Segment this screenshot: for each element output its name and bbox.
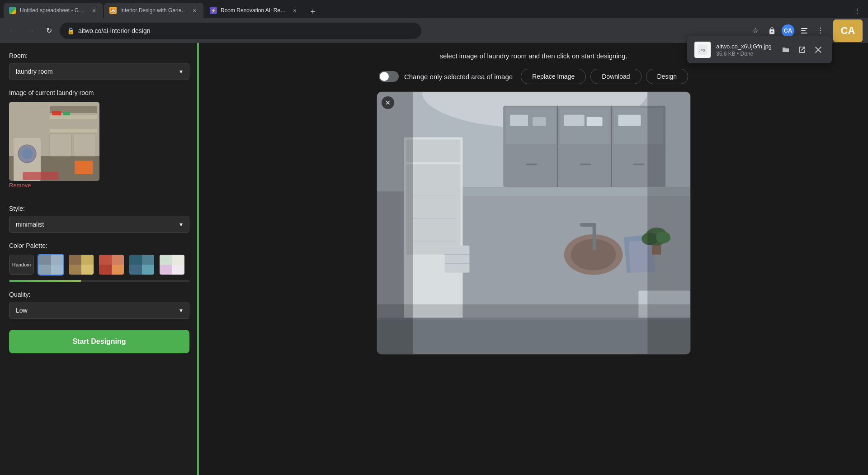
svg-rect-40	[406, 140, 460, 162]
ai-room-image	[377, 92, 690, 354]
palette-swatch-3	[99, 255, 124, 275]
tab-favicon-2: 🏠	[109, 7, 117, 14]
sidebar: Room: laundry room ▾ Image of current la…	[0, 43, 199, 475]
toggle-container: Change only selected area of image	[379, 71, 513, 82]
swatch-cell	[172, 265, 185, 275]
tab-close-3[interactable]: ✕	[291, 7, 298, 14]
lock-icon: 🔒	[67, 27, 75, 34]
image-section-label: Image of current laundry room	[9, 89, 189, 96]
tab-bar: Untitled spreadsheet - Goo... ✕ 🏠 Interi…	[0, 0, 868, 18]
open-external-button[interactable]	[796, 43, 808, 56]
swatch-cell	[69, 255, 81, 265]
style-dropdown-icon: ▾	[179, 221, 183, 228]
swatch-cell	[69, 265, 81, 275]
modal-image	[377, 92, 690, 354]
download-popup-actions	[779, 43, 825, 56]
palette-item-5[interactable]	[159, 254, 185, 276]
action-buttons-row: Change only selected area of image Repla…	[379, 69, 688, 84]
profile-button[interactable]: CA	[781, 24, 795, 38]
swatch-cell	[81, 265, 94, 275]
swatch-cell	[112, 265, 124, 275]
style-dropdown-value: minimalist	[16, 221, 44, 228]
palette-item-3[interactable]	[98, 254, 125, 276]
new-tab-button[interactable]: +	[307, 5, 319, 18]
download-button[interactable]: Download	[590, 69, 641, 84]
palette-row: Random	[9, 254, 189, 276]
svg-rect-31	[618, 115, 641, 126]
ca-badge[interactable]: CA	[833, 19, 863, 42]
room-section: Room: laundry room ▾	[9, 52, 189, 80]
open-folder-button[interactable]	[779, 43, 792, 56]
swatch-cell	[129, 255, 142, 265]
svg-rect-47	[592, 223, 596, 250]
tab-favicon-1	[9, 7, 16, 14]
swatch-cell	[112, 255, 124, 265]
laundry-room-thumbnail[interactable]	[9, 102, 99, 181]
design-button[interactable]: Design	[646, 69, 689, 84]
start-designing-button[interactable]: Start Designing	[9, 330, 189, 353]
svg-rect-27	[510, 115, 528, 126]
swatch-cell	[81, 255, 94, 265]
download-filename: aitwo.co_x6UjGfn.jpg	[716, 43, 774, 50]
palette-item-1[interactable]	[38, 254, 64, 276]
tab-label-3: Room Renovation AI: Renova...	[221, 7, 288, 14]
menu-button[interactable]: ⋮	[813, 24, 828, 38]
svg-rect-2	[801, 33, 807, 33]
url-text: aitwo.co/ai-interior-design	[78, 27, 151, 34]
download-popup-info: aitwo.co_x6UjGfn.jpg 35.6 KB • Done	[716, 43, 774, 57]
instruction-text: select image of laundry room and then cl…	[439, 52, 627, 60]
svg-rect-10	[50, 115, 97, 119]
swatch-cell	[160, 265, 172, 275]
bookmark-icon[interactable]: ☆	[748, 24, 763, 38]
swatch-cell	[142, 255, 155, 265]
modal-close-button[interactable]: ✕	[382, 96, 394, 109]
style-dropdown[interactable]: minimalist ▾	[9, 216, 189, 233]
back-button[interactable]: ←	[5, 24, 20, 38]
svg-text:JPG: JPG	[699, 49, 705, 52]
quality-section: Quality: Low ▾	[9, 291, 189, 319]
color-palette-label: Color Palette:	[9, 242, 189, 249]
svg-rect-12	[52, 111, 61, 115]
svg-rect-32	[505, 146, 556, 185]
forward-button[interactable]: →	[24, 24, 38, 38]
quality-dropdown[interactable]: Low ▾	[9, 302, 189, 319]
room-thumbnail-svg	[9, 102, 99, 181]
style-label: Style:	[9, 205, 189, 212]
palette-swatch-2	[69, 255, 94, 275]
tab-close-1[interactable]: ✕	[90, 7, 98, 14]
external-link-icon	[798, 46, 806, 53]
svg-point-8	[22, 148, 33, 159]
replace-image-button[interactable]: Replace Image	[521, 69, 586, 84]
download-popup-file-icon: JPG	[694, 42, 711, 58]
close-icon	[815, 47, 821, 53]
extension-icon[interactable]	[764, 24, 779, 38]
toggle-selected-area[interactable]	[379, 71, 399, 82]
tab-aitwo-active[interactable]: ⚡ Room Renovation AI: Renova... ✕	[204, 3, 304, 18]
address-bar[interactable]: 🔒 aitwo.co/ai-interior-design	[60, 23, 421, 39]
svg-rect-14	[50, 133, 71, 156]
tab-google-sheets[interactable]: Untitled spreadsheet - Goo... ✕	[4, 3, 103, 18]
svg-rect-11	[50, 129, 97, 133]
tab-interior-design[interactable]: 🏠 Interior Design with Generati... ✕	[104, 3, 203, 18]
svg-rect-29	[564, 115, 584, 126]
palette-item-2[interactable]	[68, 254, 94, 276]
close-download-popup-button[interactable]	[812, 43, 825, 56]
palette-random[interactable]: Random	[9, 255, 34, 275]
swatch-cell	[172, 255, 185, 265]
sidebar-toggle[interactable]	[797, 24, 811, 38]
svg-rect-36	[580, 163, 591, 165]
color-palette-progress-fill	[9, 280, 81, 282]
download-status: 35.6 KB • Done	[716, 51, 774, 57]
swatch-cell	[129, 265, 142, 275]
tab-close-2[interactable]: ✕	[191, 7, 198, 14]
palette-swatch-4	[129, 255, 154, 275]
palette-item-4[interactable]	[128, 254, 155, 276]
main-content: select image of laundry room and then cl…	[199, 43, 868, 475]
svg-rect-37	[633, 163, 644, 165]
swatch-cell	[99, 255, 112, 265]
remove-image-button[interactable]: Remove	[9, 182, 31, 189]
room-dropdown[interactable]: laundry room ▾	[9, 63, 189, 80]
reload-button[interactable]: ↻	[42, 24, 56, 38]
tab-bar-menu[interactable]: ⋮	[850, 4, 864, 18]
svg-rect-55	[444, 246, 469, 273]
